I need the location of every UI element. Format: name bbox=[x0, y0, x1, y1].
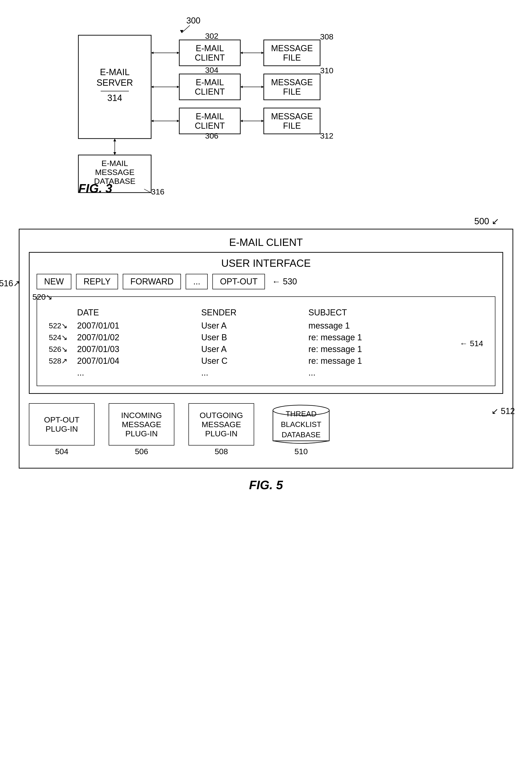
plugins-row: OPT-OUT PLUG-IN 504 INCOMING MESSAGE PLU… bbox=[29, 403, 503, 456]
table-row: 522↘ 2007/01/01 User A message 1 ← 514 bbox=[44, 320, 488, 332]
optout-button[interactable]: OPT-OUT bbox=[212, 274, 265, 289]
plugin-outgoing: OUTGOING MESSAGE PLUG-IN 508 bbox=[188, 403, 254, 456]
reply-button[interactable]: REPLY bbox=[76, 274, 118, 289]
svg-text:CLIENT: CLIENT bbox=[195, 121, 225, 130]
ref-306: 306 bbox=[205, 131, 218, 140]
new-button[interactable]: NEW bbox=[37, 274, 71, 289]
email-server-ref: 314 bbox=[107, 93, 122, 103]
ref-508: 508 bbox=[215, 447, 228, 456]
incoming-plugin-label: INCOMING MESSAGE PLUG-IN bbox=[121, 411, 162, 438]
ref-506: 506 bbox=[135, 447, 148, 456]
table-row: 524↘ 2007/01/02 User B re: message 1 bbox=[44, 332, 488, 343]
optout-plugin-box: OPT-OUT PLUG-IN bbox=[29, 403, 95, 445]
msg-table: DATE SENDER SUBJECT 522↘ 2007/01/01 User… bbox=[44, 306, 488, 379]
col-subject: SUBJECT bbox=[304, 306, 455, 320]
svg-marker-36 bbox=[113, 138, 116, 141]
svg-text:E-MAIL: E-MAIL bbox=[195, 77, 224, 87]
col-sender: SENDER bbox=[197, 306, 304, 320]
date-3: 2007/01/03 bbox=[72, 343, 196, 355]
sender-3: User A bbox=[197, 343, 304, 355]
date-1: 2007/01/01 bbox=[72, 320, 196, 332]
table-row: 526↘ 2007/01/03 User A re: message 1 bbox=[44, 343, 488, 355]
svg-text:E-MAIL: E-MAIL bbox=[101, 159, 128, 168]
plugin-optout: OPT-OUT PLUG-IN 504 bbox=[29, 403, 95, 456]
ref-300: 300 bbox=[186, 16, 200, 25]
sender-2: User B bbox=[197, 332, 304, 343]
svg-text:MESSAGE: MESSAGE bbox=[271, 43, 313, 53]
svg-text:SERVER: SERVER bbox=[96, 78, 133, 88]
svg-text:CLIENT: CLIENT bbox=[195, 53, 225, 62]
ref-520: 520↘ bbox=[32, 292, 52, 302]
plugin-thread-db: THREADBLACKLISTDATABASE 510 bbox=[268, 403, 334, 456]
ref-504: 504 bbox=[55, 447, 69, 456]
svg-text:MESSAGE: MESSAGE bbox=[271, 77, 313, 87]
ref-312: 312 bbox=[320, 131, 333, 140]
optout-plugin-label: OPT-OUT PLUG-IN bbox=[44, 415, 79, 433]
outgoing-plugin-label: OUTGOING MESSAGE PLUG-IN bbox=[199, 411, 243, 438]
svg-text:FILE: FILE bbox=[283, 121, 301, 130]
subject-2: re: message 1 bbox=[304, 332, 455, 343]
ref-516: 516↗ bbox=[0, 279, 20, 288]
sender-4: User C bbox=[197, 355, 304, 367]
svg-text:E-MAIL: E-MAIL bbox=[195, 43, 224, 53]
sender-more: ... bbox=[197, 367, 304, 379]
date-2: 2007/01/02 bbox=[72, 332, 196, 343]
ref-310: 310 bbox=[320, 66, 333, 75]
svg-marker-35 bbox=[113, 152, 116, 155]
col-date: DATE bbox=[72, 306, 196, 320]
sender-1: User A bbox=[197, 320, 304, 332]
fig5-ui-title: USER INTERFACE bbox=[37, 258, 495, 269]
ref-530: ← 530 bbox=[272, 277, 297, 287]
fig3-diagram: 300 E-MAIL SERVER 314 E-MAIL CLIENT 302 … bbox=[19, 14, 513, 197]
subject-3: re: message 1 bbox=[304, 343, 455, 355]
fig5-outer-box: E-MAIL CLIENT USER INTERFACE 516↗ NEW RE… bbox=[19, 229, 513, 468]
svg-text:MESSAGE: MESSAGE bbox=[95, 168, 134, 176]
fig5-diagram: 500 ↙ E-MAIL CLIENT USER INTERFACE 516↗ … bbox=[19, 216, 513, 492]
outgoing-plugin-box: OUTGOING MESSAGE PLUG-IN bbox=[188, 403, 254, 445]
fig3-caption: FIG. 3 bbox=[78, 181, 112, 195]
ref-304: 304 bbox=[205, 65, 218, 74]
forward-button[interactable]: FORWARD bbox=[123, 274, 181, 289]
svg-text:CLIENT: CLIENT bbox=[195, 87, 225, 96]
ref-308: 308 bbox=[320, 32, 333, 41]
fig5-caption: FIG. 5 bbox=[19, 478, 513, 492]
table-row: ... ... ... bbox=[44, 367, 488, 379]
subject-more: ... bbox=[304, 367, 455, 379]
email-server-label: E-MAIL bbox=[100, 67, 130, 77]
thread-db-box: THREADBLACKLISTDATABASE bbox=[268, 403, 334, 445]
plugin-incoming: INCOMING MESSAGE PLUG-IN 506 bbox=[109, 403, 174, 456]
table-row: 528↗ 2007/01/04 User C re: message 1 bbox=[44, 355, 488, 367]
fig5-ui-box: USER INTERFACE 516↗ NEW REPLY FORWARD ..… bbox=[29, 252, 503, 394]
ref-302: 302 bbox=[205, 31, 218, 40]
ref-316: 316 bbox=[151, 187, 165, 196]
msg-list-area: 520↘ DATE SENDER SUBJECT 522↘ bbox=[37, 296, 495, 386]
fig5-email-client-title: E-MAIL CLIENT bbox=[29, 237, 503, 248]
svg-text:FILE: FILE bbox=[283, 53, 301, 62]
thread-db-label: THREADBLACKLISTDATABASE bbox=[281, 409, 321, 440]
svg-line-0 bbox=[182, 25, 190, 33]
date-more: ... bbox=[72, 367, 196, 379]
ref-510: 510 bbox=[295, 447, 308, 456]
ref-500: 500 ↙ bbox=[19, 216, 513, 227]
more-button[interactable]: ... bbox=[186, 274, 208, 289]
svg-text:MESSAGE: MESSAGE bbox=[271, 111, 313, 121]
date-4: 2007/01/04 bbox=[72, 355, 196, 367]
subject-4: re: message 1 bbox=[304, 355, 455, 367]
svg-text:E-MAIL: E-MAIL bbox=[195, 111, 224, 121]
incoming-plugin-box: INCOMING MESSAGE PLUG-IN bbox=[109, 403, 174, 445]
fig5-buttons-row: NEW REPLY FORWARD ... OPT-OUT ← 530 bbox=[37, 274, 495, 289]
subject-1: message 1 bbox=[304, 320, 455, 332]
svg-text:FILE: FILE bbox=[283, 87, 301, 96]
ref-512: ↙ 512 bbox=[491, 406, 515, 416]
